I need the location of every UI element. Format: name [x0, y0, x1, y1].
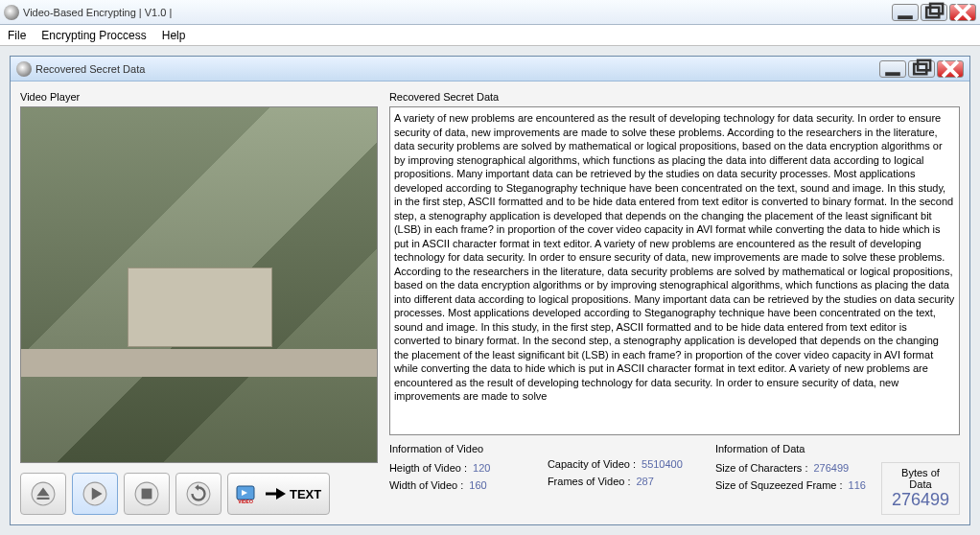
eject-button[interactable] [20, 473, 66, 515]
replay-button[interactable] [175, 473, 222, 515]
play-button[interactable] [72, 473, 118, 515]
close-icon [950, 0, 975, 25]
close-button[interactable] [949, 4, 976, 21]
info-video-title: Information of Video [389, 443, 528, 454]
window-controls [892, 4, 976, 21]
menu-file[interactable]: File [8, 29, 26, 42]
eject-icon [31, 481, 56, 506]
bytes-of-data-box: Bytes of Data 276499 [881, 462, 960, 515]
video-player[interactable] [20, 106, 378, 463]
info-row: Information of Video Heigth of Video : 1… [389, 443, 960, 515]
arrow-right-icon [265, 487, 286, 500]
to-text-button[interactable]: VIDEO TEXT [227, 473, 330, 515]
squeezed-frame-value: 116 [849, 479, 866, 491]
info-data-title: Information of Data [715, 443, 960, 454]
inner-window: Recovered Secret Data Video Player [10, 56, 970, 525]
recovered-data-label: Recovered Secret Data [389, 91, 960, 103]
inner-minimize-button[interactable] [879, 60, 906, 78]
video-capacity-label: Capacity of Video : [548, 458, 636, 470]
video-capacity-value: 5510400 [642, 458, 683, 470]
size-chars-value: 276499 [813, 462, 849, 474]
svg-rect-7 [918, 59, 930, 69]
inner-title-bar: Recovered Secret Data [11, 57, 969, 81]
video-player-label: Video Player [20, 91, 378, 103]
minimize-icon [893, 0, 918, 25]
app-window: Video-Based Encrypting | V1.0 | File Enc… [0, 0, 980, 535]
stop-button[interactable] [124, 473, 170, 515]
client-area: Recovered Secret Data Video Player [0, 46, 980, 535]
menu-help[interactable]: Help [162, 29, 186, 42]
video-frames-label: Frames of Video : [548, 476, 631, 487]
left-column: Video Player [20, 91, 378, 515]
inner-close-button[interactable] [937, 60, 964, 78]
size-chars-label: Size of Characters : [715, 462, 808, 474]
video-width-label: Width of Video : [389, 479, 463, 491]
video-frames-value: 287 [637, 476, 654, 487]
inner-window-title: Recovered Secret Data [35, 63, 879, 75]
info-video-panel-2: Capacity of Video : 5510400 Frames of Vi… [548, 443, 696, 515]
squeezed-frame-label: Size of Squzeezed Frame : [715, 479, 843, 491]
video-width-value: 160 [469, 479, 486, 491]
svg-rect-12 [37, 498, 50, 500]
bytes-of-data-value: 276499 [892, 490, 949, 510]
recovered-text-box[interactable]: A variety of new problems are encountere… [389, 106, 960, 435]
bytes-of-data-label: Bytes of Data [892, 467, 949, 490]
svg-rect-16 [142, 489, 152, 500]
inner-window-controls [879, 60, 964, 78]
recovered-text-content[interactable]: A variety of new problems are encountere… [392, 109, 957, 432]
inner-restore-button[interactable] [908, 60, 935, 78]
menu-bar: File Encrypting Proccess Help [0, 25, 980, 46]
app-icon [4, 5, 19, 20]
to-text-label: TEXT [290, 487, 321, 501]
right-column: Recovered Secret Data A variety of new p… [389, 91, 960, 515]
menu-encrypting-process[interactable]: Encrypting Proccess [41, 29, 146, 42]
close-icon [938, 57, 963, 81]
video-frame [21, 107, 377, 462]
video-height-value: 120 [473, 462, 490, 474]
restore-button[interactable] [921, 4, 947, 21]
video-height-label: Heigth of Video : [389, 462, 467, 474]
app-title: Video-Based Encrypting | V1.0 | [23, 7, 892, 18]
inner-window-icon [16, 61, 32, 77]
svg-rect-2 [930, 3, 943, 12]
svg-marker-23 [276, 488, 286, 500]
info-video-panel: Information of Video Heigth of Video : 1… [389, 443, 528, 515]
video-icon: VIDEO [236, 483, 261, 504]
player-controls: VIDEO TEXT [20, 473, 378, 515]
stop-icon [134, 481, 159, 506]
minimize-icon [880, 57, 905, 81]
restore-icon [922, 0, 946, 25]
title-bar: Video-Based Encrypting | V1.0 | [0, 0, 980, 25]
restore-icon [909, 57, 934, 81]
svg-text:VIDEO: VIDEO [238, 499, 253, 504]
minimize-button[interactable] [892, 4, 919, 21]
replay-icon [186, 481, 211, 506]
info-data-panel: Information of Data Size of Characters :… [715, 443, 960, 515]
inner-body: Video Player [11, 81, 969, 524]
play-icon [82, 481, 107, 506]
